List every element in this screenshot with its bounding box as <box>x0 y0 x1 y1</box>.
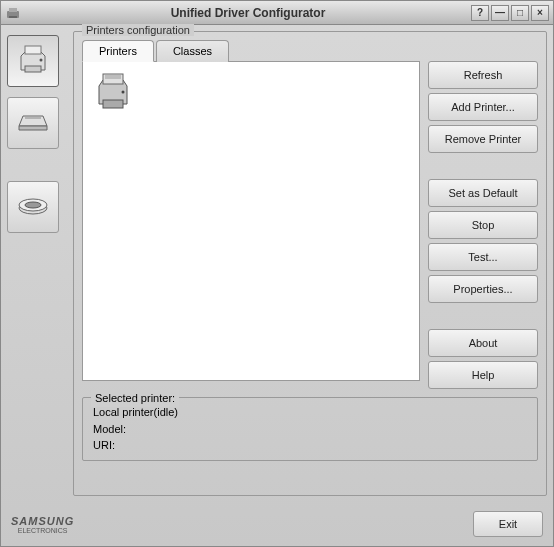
sidebar-ports-button[interactable] <box>7 181 59 233</box>
selected-uri: URI: <box>93 437 527 454</box>
selected-model: Model: <box>93 421 527 438</box>
test-button[interactable]: Test... <box>428 243 538 271</box>
group-title: Printers configuration <box>82 24 194 36</box>
brand-sub: ELECTRONICS <box>18 527 68 534</box>
gap2 <box>428 307 538 325</box>
printer-list[interactable] <box>82 61 420 381</box>
brand-logo: SAMSUNG ELECTRONICS <box>11 515 74 534</box>
titlebar: Unified Driver Configurator ? — □ × <box>1 1 553 25</box>
svg-rect-3 <box>25 46 41 54</box>
content-area: Printers configuration Printers Classes <box>1 25 553 502</box>
printer-icon <box>15 42 51 80</box>
tab-row: Printers Classes <box>82 40 538 62</box>
svg-rect-4 <box>25 66 41 72</box>
help-action-button[interactable]: Help <box>428 361 538 389</box>
window-title: Unified Driver Configurator <box>27 6 469 20</box>
port-icon <box>15 188 51 226</box>
printer-device-icon[interactable] <box>91 70 135 116</box>
close-button[interactable]: × <box>531 5 549 21</box>
tab-body: Refresh Add Printer... Remove Printer Se… <box>82 61 538 389</box>
minimize-button[interactable]: — <box>491 5 509 21</box>
set-default-button[interactable]: Set as Default <box>428 179 538 207</box>
stop-button[interactable]: Stop <box>428 211 538 239</box>
svg-rect-1 <box>9 8 17 12</box>
main-panel: Printers configuration Printers Classes <box>67 31 547 496</box>
help-button[interactable]: ? <box>471 5 489 21</box>
refresh-button[interactable]: Refresh <box>428 61 538 89</box>
selected-printer-group: Selected printer: Local printer(idle) Mo… <box>82 397 538 461</box>
selected-title: Selected printer: <box>91 390 179 407</box>
brand-name: SAMSUNG <box>11 515 74 527</box>
svg-point-5 <box>40 59 43 62</box>
svg-point-9 <box>25 202 41 208</box>
svg-rect-2 <box>9 16 17 18</box>
gap <box>428 157 538 175</box>
button-column: Refresh Add Printer... Remove Printer Se… <box>428 61 538 389</box>
svg-point-12 <box>122 91 125 94</box>
spacer <box>7 159 67 177</box>
properties-button[interactable]: Properties... <box>428 275 538 303</box>
add-printer-button[interactable]: Add Printer... <box>428 93 538 121</box>
sidebar-scanners-button[interactable] <box>7 97 59 149</box>
printers-config-group: Printers configuration Printers Classes <box>73 31 547 496</box>
about-button[interactable]: About <box>428 329 538 357</box>
app-icon <box>5 5 21 21</box>
tab-printers[interactable]: Printers <box>82 40 154 62</box>
scanner-icon <box>15 104 51 142</box>
svg-rect-11 <box>103 100 123 108</box>
remove-printer-button[interactable]: Remove Printer <box>428 125 538 153</box>
maximize-button[interactable]: □ <box>511 5 529 21</box>
exit-button[interactable]: Exit <box>473 511 543 537</box>
sidebar <box>7 31 67 496</box>
footer: SAMSUNG ELECTRONICS Exit <box>1 502 553 546</box>
sidebar-printers-button[interactable] <box>7 35 59 87</box>
window: Unified Driver Configurator ? — □ × <box>0 0 554 547</box>
tab-classes[interactable]: Classes <box>156 40 229 62</box>
